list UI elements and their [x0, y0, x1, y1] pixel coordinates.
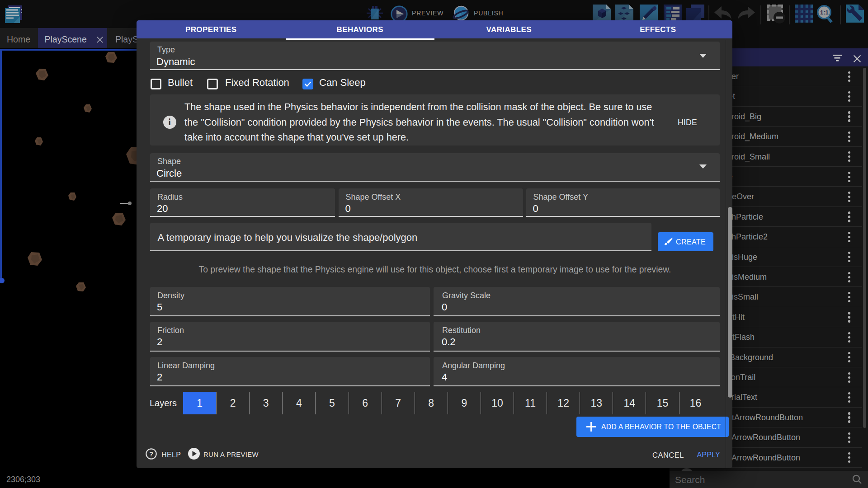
svg-text:1:1: 1:1: [820, 9, 829, 16]
svg-text:?: ?: [149, 450, 153, 458]
